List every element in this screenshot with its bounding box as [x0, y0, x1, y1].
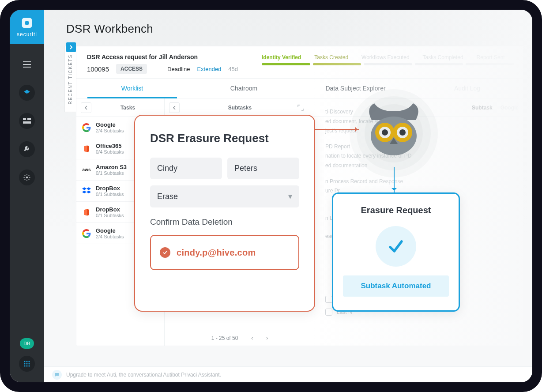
expand-recent-tickets-button[interactable]	[66, 42, 76, 52]
nav-dashboard-icon[interactable]	[19, 85, 35, 101]
recent-tickets-label: RECENT TICKETS	[68, 54, 73, 104]
action-value: Erase	[157, 192, 178, 201]
tab-worklist[interactable]: Worklist	[76, 79, 188, 98]
erasure-request-panel: DSR Erasure Request Cindy Peters Erase ▾…	[134, 115, 315, 312]
chat-icon	[52, 370, 62, 380]
task-subcount: 0/4 Subtasks	[96, 149, 124, 155]
svg-rect-2	[23, 118, 26, 120]
google-icon	[82, 123, 91, 132]
chevron-down-icon: ▾	[288, 192, 292, 201]
task-subcount: 2/4 Subtasks	[96, 128, 124, 133]
deadline-extended-link[interactable]: Extended	[197, 66, 221, 72]
dropbox-icon	[82, 186, 91, 196]
task-subcount: 2/4 Subtasks	[96, 234, 124, 239]
apps-menu-icon[interactable]	[19, 356, 35, 372]
progress-step-1: Identity Verified	[262, 54, 301, 60]
aws-icon: aws	[82, 165, 91, 175]
task-name: Office365	[96, 143, 124, 149]
progress-tracker: Identity Verified Tasks Created Workflow…	[262, 54, 514, 65]
user-avatar[interactable]: DB	[20, 338, 34, 349]
result-title: Erasure Request	[361, 205, 431, 215]
svg-point-5	[26, 177, 28, 179]
first-name-field[interactable]: Cindy	[150, 158, 222, 179]
checkbox-first-name[interactable]	[325, 296, 332, 303]
task-name: Google	[96, 121, 124, 128]
expand-icon[interactable]	[296, 103, 305, 113]
request-id: 100095	[87, 65, 109, 73]
office-icon	[82, 207, 91, 217]
task-subcount: 0/1 Subtasks	[96, 213, 124, 218]
upgrade-banner[interactable]: Upgrade to meet Auti, the conversational…	[44, 366, 532, 382]
subtasks-header: Subtasks	[184, 105, 296, 111]
progress-step-4: Tasks Completed	[423, 54, 463, 60]
checkbox-last-name[interactable]	[325, 309, 332, 316]
brand-logo[interactable]: securiti	[10, 10, 44, 44]
result-status: Subtask Automated	[343, 275, 449, 297]
access-badge: ACCESS	[116, 64, 147, 74]
task-name: DropBox	[96, 206, 124, 213]
progress-step-3: Workflows Executed	[361, 54, 410, 60]
brand-name: securiti	[17, 31, 37, 38]
svg-point-11	[28, 363, 30, 364]
pagination-prev[interactable]: ‹	[251, 335, 253, 341]
page-title: DSR Workbench	[66, 22, 153, 36]
menu-icon[interactable]	[19, 57, 35, 72]
progress-step-2: Tasks Created	[314, 54, 348, 60]
svg-point-13	[26, 365, 27, 366]
subtasks-back-button[interactable]	[169, 102, 180, 113]
pagination: 1 - 25 of 50 ‹ ›	[169, 335, 310, 341]
task-name: DropBox	[96, 185, 124, 192]
task-name: Amazon S3	[96, 164, 127, 170]
check-circle-icon	[160, 247, 170, 258]
task-subcount: 0/1 Subtasks	[96, 170, 127, 176]
deadline-label: Deadline	[167, 66, 190, 72]
svg-point-9	[24, 363, 25, 364]
google-icon	[82, 229, 91, 238]
nav-workbench-icon[interactable]	[19, 113, 35, 129]
tab-chatroom[interactable]: Chatroom	[188, 79, 300, 98]
svg-point-14	[28, 365, 30, 366]
svg-point-1	[25, 21, 29, 25]
svg-rect-3	[27, 118, 31, 120]
pagination-label: 1 - 25 of 50	[211, 335, 238, 341]
nav-tools-icon[interactable]	[19, 141, 35, 157]
task-name: Google	[96, 227, 124, 234]
svg-point-12	[24, 365, 25, 366]
success-check-icon	[376, 226, 416, 267]
confirm-email-box[interactable]: cindy.p@hive.com	[150, 235, 299, 270]
confirm-email: cindy.p@hive.com	[177, 248, 256, 258]
svg-point-7	[26, 361, 27, 362]
pagination-next[interactable]: ›	[266, 335, 268, 341]
deadline-days: 45d	[228, 66, 238, 72]
action-select[interactable]: Erase ▾	[150, 185, 299, 207]
erasure-result-panel: Erasure Request Subtask Automated	[332, 192, 460, 312]
recent-tickets-tab[interactable]: RECENT TICKETS	[64, 46, 76, 112]
svg-point-8	[28, 361, 30, 362]
workbench-tabs: Worklist Chatroom Data Subject Explorer …	[76, 79, 523, 98]
banner-text: Upgrade to meet Auti, the conversational…	[66, 372, 221, 378]
task-subcount: 0/1 Subtasks	[96, 192, 124, 197]
progress-step-5: Report Sent	[477, 54, 505, 60]
nav-settings-icon[interactable]	[19, 170, 35, 185]
erasure-title: DSR Erasure Request	[150, 132, 299, 145]
svg-point-10	[26, 363, 27, 364]
svg-rect-4	[23, 121, 31, 124]
tasks-header: Tasks	[96, 105, 160, 111]
tasks-back-button[interactable]	[81, 102, 91, 113]
svg-point-6	[24, 361, 25, 362]
app-sidebar: securiti DB	[10, 10, 44, 382]
last-name-field[interactable]: Peters	[227, 158, 299, 179]
owl-assistant-icon	[350, 89, 438, 177]
office-icon	[82, 144, 91, 154]
confirm-label: Confirm Data Deletion	[150, 217, 299, 227]
